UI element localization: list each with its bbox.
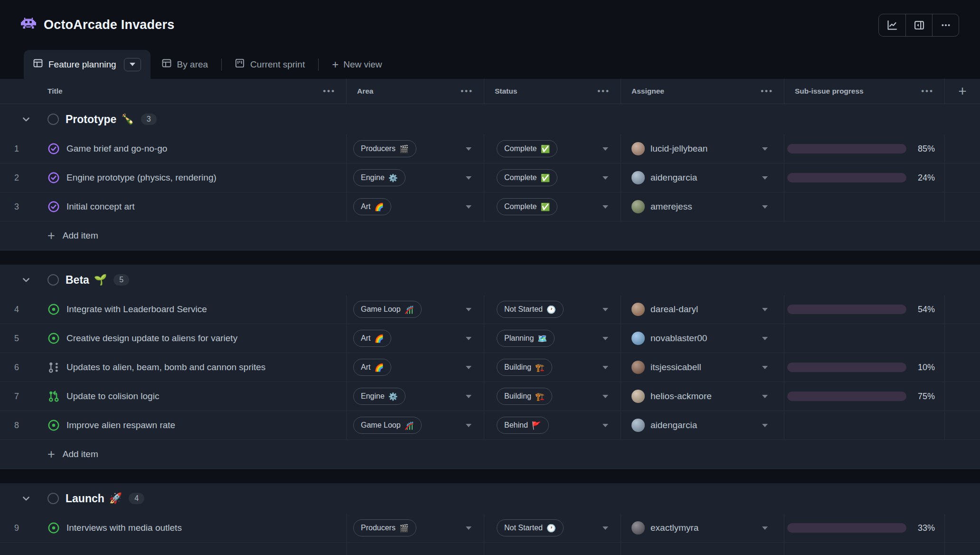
title-cell[interactable]: 7 Update to colision logic xyxy=(0,382,347,411)
status-chip[interactable]: Building🏗️ xyxy=(497,388,552,405)
group-header-prototype[interactable]: Prototype🍾 3 xyxy=(0,104,980,134)
status-cell[interactable]: Planning🗺️ xyxy=(484,324,621,353)
dropdown-caret-icon[interactable] xyxy=(603,205,608,209)
issue-title[interactable]: Initial concept art xyxy=(66,201,144,212)
title-cell[interactable]: 2 Engine prototype (physics, rendering) xyxy=(0,163,347,192)
status-cell[interactable]: Complete✅ xyxy=(484,134,621,163)
add-item-button[interactable]: + Add item xyxy=(0,221,980,250)
add-item-button[interactable]: + Add item xyxy=(0,440,980,469)
dropdown-caret-icon[interactable] xyxy=(466,424,471,427)
area-chip[interactable]: Producers🎬 xyxy=(353,140,416,157)
status-chip[interactable]: Not Started🕐 xyxy=(497,301,564,318)
status-chip[interactable]: Complete✅ xyxy=(497,140,557,157)
dropdown-caret-icon[interactable] xyxy=(762,424,768,427)
area-chip[interactable]: Game Loop🎢 xyxy=(353,301,422,318)
column-menu-icon[interactable]: ••• xyxy=(597,86,610,96)
dropdown-caret-icon[interactable] xyxy=(762,337,768,340)
dropdown-caret-icon[interactable] xyxy=(466,337,471,340)
avatar[interactable] xyxy=(631,521,645,535)
chevron-down-icon[interactable] xyxy=(20,115,32,124)
avatar[interactable] xyxy=(631,171,645,184)
area-cell[interactable]: Art🌈 xyxy=(347,192,484,221)
status-chip[interactable]: Complete✅ xyxy=(497,198,557,215)
dropdown-caret-icon[interactable] xyxy=(466,176,471,180)
area-cell[interactable]: Producers🎬 xyxy=(347,134,484,163)
area-cell[interactable]: Producers🎬 xyxy=(347,514,484,542)
column-header-title[interactable]: Title ••• xyxy=(0,79,347,104)
area-cell[interactable]: Game Loop🎢 xyxy=(347,295,484,324)
group-header-beta[interactable]: Beta🌱 5 xyxy=(0,265,980,295)
area-chip[interactable]: Art🌈 xyxy=(353,359,391,376)
group-header-launch[interactable]: Launch🚀 4 xyxy=(0,483,980,514)
issue-title[interactable]: Update to colision logic xyxy=(66,391,169,402)
tab-current-sprint[interactable]: Current sprint xyxy=(224,50,316,79)
dropdown-caret-icon[interactable] xyxy=(603,176,608,180)
status-cell[interactable]: Building🏗️ xyxy=(484,353,621,382)
title-cell[interactable]: 1 Game brief and go-no-go xyxy=(0,134,347,163)
issue-title[interactable]: Improve alien respawn rate xyxy=(66,420,185,431)
area-cell[interactable]: Engine⚙️ xyxy=(347,382,484,411)
assignee-cell[interactable]: novablaster00 xyxy=(621,324,784,353)
new-view-button[interactable]: + New view xyxy=(320,50,393,79)
dropdown-caret-icon[interactable] xyxy=(762,366,768,369)
column-header-subissue-progress[interactable]: Sub-issue progress ••• xyxy=(784,79,945,104)
dropdown-caret-icon[interactable] xyxy=(603,366,608,369)
status-cell[interactable]: Complete✅ xyxy=(484,163,621,192)
area-chip[interactable]: Art🌈 xyxy=(353,330,391,347)
issue-title[interactable]: Updates to alien, beam, bomb and cannon … xyxy=(66,362,275,373)
status-cell[interactable]: Behind🚩 xyxy=(484,411,621,440)
status-chip[interactable]: Building🏗️ xyxy=(497,359,552,376)
area-cell[interactable]: Art🌈 xyxy=(347,353,484,382)
tab-options-button[interactable] xyxy=(124,58,141,71)
avatar[interactable] xyxy=(631,142,645,155)
column-header-area[interactable]: Area ••• xyxy=(347,79,484,104)
dropdown-caret-icon[interactable] xyxy=(762,176,768,180)
dropdown-caret-icon[interactable] xyxy=(466,205,471,209)
assignee-cell[interactable]: aidengarcia xyxy=(621,163,784,192)
assignee-cell[interactable]: itsjessicabell xyxy=(621,353,784,382)
side-panel-toggle-icon[interactable] xyxy=(905,14,932,36)
issue-title[interactable]: Creative design update to aliens for var… xyxy=(66,333,247,344)
dropdown-caret-icon[interactable] xyxy=(762,147,768,151)
status-cell[interactable]: Not Started🕐 xyxy=(484,514,621,542)
dropdown-caret-icon[interactable] xyxy=(466,147,471,151)
area-chip[interactable]: Producers🎬 xyxy=(353,519,416,536)
assignee-cell[interactable]: amerejess xyxy=(621,192,784,221)
avatar[interactable] xyxy=(631,419,645,432)
title-cell[interactable]: 8 Improve alien respawn rate xyxy=(0,411,347,440)
dropdown-caret-icon[interactable] xyxy=(762,395,768,398)
column-header-status[interactable]: Status ••• xyxy=(484,79,621,104)
assignee-cell[interactable]: lucid-jellybean xyxy=(621,134,784,163)
status-chip[interactable]: Planning🗺️ xyxy=(497,330,555,347)
status-cell[interactable]: Building🏗️ xyxy=(484,382,621,411)
status-chip[interactable]: Not Started🕐 xyxy=(497,519,564,536)
avatar[interactable] xyxy=(631,390,645,403)
area-chip[interactable]: Engine⚙️ xyxy=(353,169,405,186)
title-cell[interactable]: 5 Creative design update to aliens for v… xyxy=(0,324,347,353)
avatar[interactable] xyxy=(631,361,645,374)
area-cell[interactable]: Engine⚙️ xyxy=(347,163,484,192)
area-chip[interactable]: Art🌈 xyxy=(353,198,391,215)
status-chip[interactable]: Behind🚩 xyxy=(497,417,549,434)
dropdown-caret-icon[interactable] xyxy=(466,308,471,311)
column-menu-icon[interactable]: ••• xyxy=(921,86,934,96)
avatar[interactable] xyxy=(631,303,645,316)
assignee-cell[interactable]: helios-ackmore xyxy=(621,382,784,411)
title-cell[interactable]: 4 Integrate with Leaderboard Service xyxy=(0,295,347,324)
status-chip[interactable]: Complete✅ xyxy=(497,169,557,186)
avatar[interactable] xyxy=(631,200,645,213)
title-cell[interactable]: 3 Initial concept art xyxy=(0,192,347,221)
title-cell[interactable]: 9 Interviews with media outlets xyxy=(0,514,347,542)
assignee-cell[interactable]: aidengarcia xyxy=(621,411,784,440)
tab-feature-planning[interactable]: Feature planning xyxy=(24,50,151,79)
area-cell[interactable]: Game Loop🎢 xyxy=(347,411,484,440)
dropdown-caret-icon[interactable] xyxy=(762,308,768,311)
title-cell[interactable]: 6 Updates to alien, beam, bomb and canno… xyxy=(0,353,347,382)
dropdown-caret-icon[interactable] xyxy=(603,337,608,340)
chevron-down-icon[interactable] xyxy=(20,494,32,503)
dropdown-caret-icon[interactable] xyxy=(603,147,608,151)
dropdown-caret-icon[interactable] xyxy=(762,526,768,530)
column-menu-icon[interactable]: ••• xyxy=(761,86,773,96)
dropdown-caret-icon[interactable] xyxy=(466,526,471,530)
dropdown-caret-icon[interactable] xyxy=(603,308,608,311)
